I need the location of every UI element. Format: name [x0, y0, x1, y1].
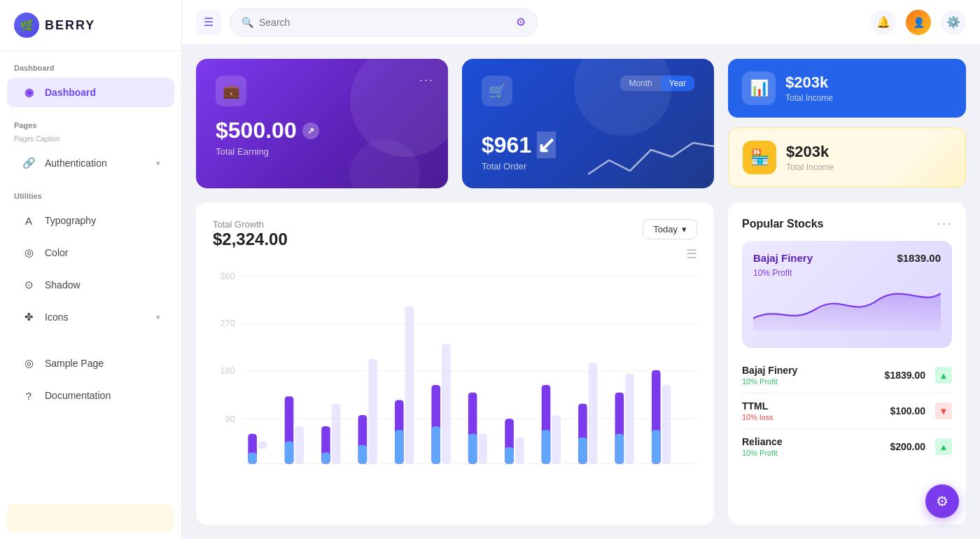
avatar[interactable]: 👤 [906, 10, 931, 35]
logo-icon: 🌿 [14, 13, 39, 38]
auth-chevron-icon: ▾ [156, 159, 160, 168]
featured-stock-name: Bajaj Finery [753, 252, 813, 264]
main-area: ☰ 🔍 ⚙ 🔔 👤 ⚙️ 💼 ··· [182, 0, 980, 539]
svg-text:360: 360 [220, 271, 234, 281]
stat-card-income-1: 📊 $203k Total Income [728, 59, 966, 118]
hamburger-button[interactable]: ☰ [196, 10, 221, 35]
fab-button[interactable]: ⚙ [925, 484, 959, 518]
stat-label-2: Total Income [786, 162, 834, 172]
earning-menu-button[interactable]: ··· [419, 73, 434, 88]
typography-icon: A [21, 213, 36, 228]
stock-trend-icon-2: ▼ [935, 402, 952, 419]
icons-chevron-icon: ▾ [156, 313, 160, 322]
stat-label-1: Total Income [785, 93, 833, 103]
year-toggle-button[interactable]: Year [661, 76, 694, 91]
svg-rect-13 [285, 441, 294, 463]
sidebar-item-dashboard[interactable]: ◉ Dashboard [7, 78, 174, 107]
svg-rect-41 [625, 374, 634, 464]
dashboard-label: Dashboard [45, 87, 96, 98]
sidebar-item-authentication[interactable]: 🔗 Authentication ▾ [7, 148, 174, 178]
app-title: BERRY [45, 18, 95, 33]
sidebar-item-shadow[interactable]: ⊙ Shadow [7, 270, 174, 300]
stock-price-area-1: $1839.00 ▲ [885, 367, 952, 384]
notification-icon: 🔔 [876, 15, 890, 29]
featured-stock-profit: 10% Profit [753, 268, 941, 278]
pages-caption: Pages Caption [0, 134, 181, 147]
svg-rect-28 [468, 434, 477, 464]
svg-rect-43 [652, 430, 661, 463]
order-top: 🛒 Month Year [482, 76, 694, 118]
sidebar-item-typography[interactable]: A Typography [7, 206, 174, 235]
search-icon: 🔍 [241, 17, 253, 28]
stock-price-2: $100.00 [890, 405, 925, 416]
sidebar-item-icons[interactable]: ✤ Icons ▾ [7, 302, 174, 332]
stock-sub-1: 10% Profit [742, 377, 797, 386]
docs-label: Documentation [45, 390, 111, 401]
settings-button[interactable]: ⚙️ [941, 10, 966, 35]
svg-rect-16 [321, 453, 330, 464]
earning-trend-icon: ↗ [302, 122, 319, 139]
shadow-icon: ⊙ [21, 277, 36, 293]
svg-rect-17 [332, 404, 341, 464]
earning-amount: $500.00 ↗ [216, 118, 428, 144]
svg-rect-38 [589, 363, 598, 464]
filter-button[interactable]: ⚙ [516, 15, 526, 29]
earning-card: 💼 ··· $500.00 ↗ Total Earning [196, 59, 448, 188]
stocks-menu-button[interactable]: ··· [937, 216, 952, 231]
stock-sub-2: 10% loss [742, 413, 774, 421]
svg-rect-19 [358, 445, 368, 464]
cards-row: 💼 ··· $500.00 ↗ Total Earning 🛒 Month Ye… [196, 59, 966, 188]
month-toggle-button[interactable]: Month [620, 76, 660, 91]
sidebar-item-color[interactable]: ◎ Color [7, 238, 174, 267]
stat-icon-1: 📊 [742, 71, 776, 105]
stocks-card: Popular Stocks ··· Bajaj Finery $1839.00… [728, 202, 966, 525]
bar-chart-svg: 360 270 180 90 [213, 269, 697, 479]
stock-info-1: Bajaj Finery 10% Profit [742, 365, 797, 386]
content-area: 💼 ··· $500.00 ↗ Total Earning 🛒 Month Ye… [182, 45, 980, 539]
notification-button[interactable]: 🔔 [871, 10, 896, 35]
shadow-label: Shadow [45, 279, 80, 290]
color-label: Color [45, 247, 68, 258]
stock-name-1: Bajaj Finery [742, 365, 797, 376]
svg-rect-14 [295, 426, 304, 464]
chart-title: Total Growth [213, 219, 288, 230]
period-button[interactable]: Today ▾ [643, 219, 697, 239]
icons-icon: ✤ [21, 309, 36, 325]
svg-rect-26 [442, 344, 451, 463]
stock-name-3: Reliance [742, 436, 783, 447]
list-item: TTML 10% loss $100.00 ▼ [742, 393, 952, 429]
bottom-row: Total Growth $2,324.00 Today ▾ ☰ [196, 202, 966, 525]
filter-icon: ⚙ [516, 15, 526, 29]
sidebar-item-sample[interactable]: ◎ Sample Page [7, 349, 174, 378]
svg-text:270: 270 [220, 318, 234, 328]
svg-rect-20 [368, 359, 377, 464]
typography-label: Typography [45, 215, 96, 226]
sidebar-item-docs[interactable]: ? Documentation [7, 381, 174, 410]
stat-info-2: $203k Total Income [786, 143, 834, 172]
featured-stock: Bajaj Finery $1839.00 10% Profit [742, 241, 952, 348]
earning-icon: 💼 [216, 76, 246, 106]
auth-icon: 🔗 [21, 155, 36, 171]
stat-icon-2: 🏪 [743, 141, 776, 174]
icons-label: Icons [45, 312, 68, 323]
chart-header: Total Growth $2,324.00 Today ▾ [213, 219, 697, 249]
svg-rect-10 [248, 453, 257, 464]
svg-text:180: 180 [220, 365, 234, 376]
stock-list: Bajaj Finery 10% Profit $1839.00 ▲ TTML … [742, 358, 952, 464]
topbar: ☰ 🔍 ⚙ 🔔 👤 ⚙️ [182, 0, 980, 45]
stocks-title: Popular Stocks [742, 218, 823, 230]
stocks-header: Popular Stocks ··· [742, 216, 952, 231]
pages-section-label: Pages [0, 108, 181, 134]
svg-rect-35 [552, 415, 561, 464]
svg-rect-44 [662, 385, 671, 464]
svg-rect-34 [542, 430, 551, 463]
utilities-section-label: Utilities [0, 179, 181, 204]
order-trend-icon: ↙ [537, 132, 556, 158]
settings-icon: ⚙️ [946, 15, 960, 29]
sample-label: Sample Page [45, 358, 104, 369]
dashboard-icon: ◉ [21, 85, 36, 100]
featured-stock-chart [753, 278, 941, 334]
svg-rect-23 [405, 307, 414, 464]
dashboard-section-label: Dashboard [0, 51, 181, 76]
search-input[interactable] [259, 17, 510, 28]
